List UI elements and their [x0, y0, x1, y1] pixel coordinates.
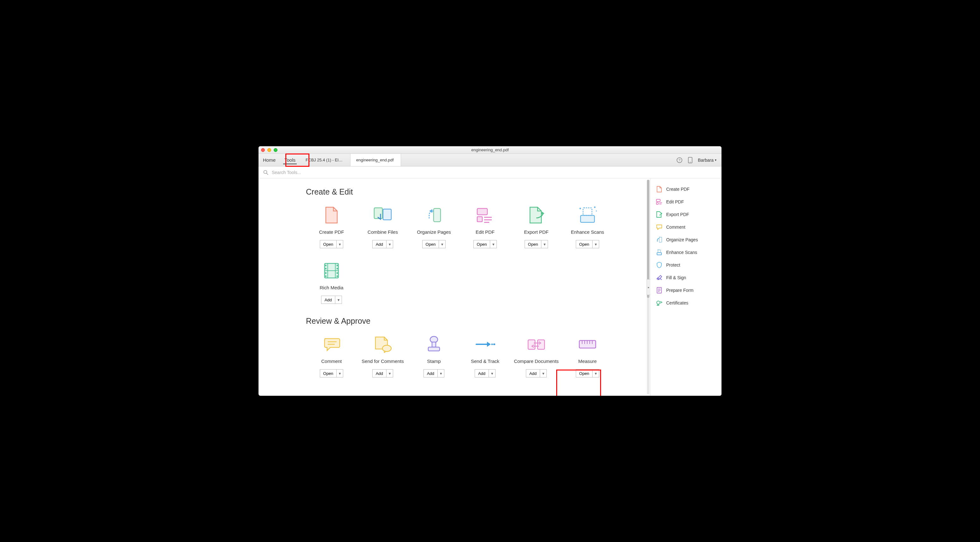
chevron-down-icon[interactable]: ▾ — [490, 240, 496, 248]
sidebar-item-sign[interactable]: Fill & Sign — [651, 271, 721, 284]
svg-rect-21 — [325, 268, 326, 269]
tool-card-stamp[interactable]: Stamp Add ▾ — [408, 334, 460, 377]
svg-rect-50 — [659, 237, 662, 242]
export-icon — [525, 205, 547, 225]
svg-rect-9 — [477, 208, 487, 215]
tool-action-button[interactable]: Open ▾ — [576, 369, 600, 377]
app-window: engineering_end.pdf Home Tools FCBJ 25.4… — [259, 146, 721, 396]
chevron-down-icon[interactable]: ▾ — [540, 370, 546, 377]
sidebar-item-form[interactable]: Prepare Form — [651, 284, 721, 297]
tool-card-combine[interactable]: Combine Files Add ▾ — [357, 205, 408, 248]
tool-card-edit-pdf[interactable]: Edit PDF Open ▾ — [460, 205, 511, 248]
titlebar: engineering_end.pdf — [259, 146, 721, 154]
tool-action-button[interactable]: Add ▾ — [321, 296, 342, 304]
svg-rect-8 — [434, 208, 441, 222]
sidebar-item-comment[interactable]: Comment — [651, 221, 721, 234]
edit-pdf-icon — [474, 205, 496, 225]
svg-rect-38 — [528, 340, 535, 349]
chevron-down-icon[interactable]: ▾ — [593, 370, 599, 377]
sidebar-item-organize[interactable]: Organize Pages — [651, 234, 721, 246]
svg-rect-24 — [325, 272, 326, 274]
sidebar-item-label: Protect — [666, 262, 680, 267]
sidebar-item-label: Edit PDF — [666, 199, 684, 204]
tool-card-create-pdf[interactable]: Create PDF Open ▾ — [306, 205, 357, 248]
tool-grid: Comment Open ▾ Send for Comments Add ▾ S… — [306, 334, 650, 390]
document-tab-1[interactable]: engineering_end.pdf — [350, 154, 401, 166]
tool-card-export[interactable]: Export PDF Open ▾ — [511, 205, 562, 248]
chevron-down-icon[interactable]: ▾ — [387, 370, 393, 377]
tool-action-button[interactable]: Add ▾ — [475, 369, 496, 377]
svg-line-5 — [267, 173, 268, 175]
user-menu[interactable]: Barbara ▾ — [698, 157, 716, 163]
tool-action-label: Open — [423, 240, 439, 248]
tool-action-label: Add — [372, 370, 387, 377]
svg-rect-23 — [337, 268, 338, 269]
tool-action-button[interactable]: Open ▾ — [320, 240, 344, 248]
combine-icon — [372, 205, 393, 225]
tool-card-send-comments[interactable]: Send for Comments Add ▾ — [357, 334, 408, 377]
tool-action-button[interactable]: Open ▾ — [320, 369, 344, 377]
sidebar-item-cert[interactable]: Certificates — [651, 297, 721, 309]
tool-label: Rich Media — [320, 285, 343, 291]
tab-home[interactable]: Home — [259, 154, 280, 166]
chevron-down-icon[interactable]: ▾ — [593, 240, 599, 248]
chevron-down-icon[interactable]: ▾ — [337, 370, 343, 377]
tool-label: Enhance Scans — [571, 229, 604, 235]
chevron-down-icon[interactable]: ▾ — [438, 370, 444, 377]
tool-action-button[interactable]: Add ▾ — [372, 240, 393, 248]
svg-rect-51 — [657, 253, 662, 255]
tool-grid: Create PDF Open ▾ Combine Files Add ▾ Or… — [306, 205, 650, 316]
form-icon — [656, 287, 662, 293]
tool-action-label: Add — [372, 240, 387, 248]
tool-action-button[interactable]: Add ▾ — [423, 369, 444, 377]
tool-action-button[interactable]: Add ▾ — [526, 369, 547, 377]
cert-icon — [656, 300, 662, 306]
tool-card-compare[interactable]: Compare Documents Add ▾ — [511, 334, 562, 377]
chevron-down-icon[interactable]: ▾ — [439, 240, 445, 248]
tool-card-comment[interactable]: Comment Open ▾ — [306, 334, 357, 377]
sidebar-item-create-pdf[interactable]: Create PDF — [651, 183, 721, 196]
tool-label: Create PDF — [319, 229, 344, 235]
chevron-down-icon[interactable]: ▾ — [387, 240, 393, 248]
tool-action-button[interactable]: Open ▾ — [576, 240, 600, 248]
sidebar-item-edit-pdf[interactable]: Edit PDF — [651, 196, 721, 208]
tool-action-button[interactable]: Open ▾ — [473, 240, 497, 248]
help-icon[interactable]: ? — [676, 157, 682, 163]
tool-card-organize[interactable]: Organize Pages Open ▾ — [408, 205, 460, 248]
sidebar-item-label: Fill & Sign — [666, 275, 686, 280]
tab-tools[interactable]: Tools — [280, 154, 300, 166]
user-name: Barbara — [698, 157, 714, 163]
protect-icon — [656, 262, 662, 268]
tool-label: Send for Comments — [361, 359, 404, 364]
tool-action-button[interactable]: Open ▾ — [422, 240, 446, 248]
svg-rect-10 — [477, 217, 482, 222]
chevron-down-icon[interactable]: ▾ — [541, 240, 548, 248]
chevron-down-icon[interactable]: ▾ — [335, 296, 342, 304]
tool-card-measure[interactable]: Measure Open ▾ — [562, 334, 613, 377]
tool-action-label: Add — [321, 296, 335, 304]
tool-card-media[interactable]: Rich Media Add ▾ — [306, 261, 357, 304]
tool-label: Send & Track — [471, 359, 500, 364]
mobile-icon[interactable] — [687, 157, 694, 163]
tool-label: Stamp — [427, 359, 441, 364]
svg-point-3 — [690, 162, 690, 162]
sidebar-item-protect[interactable]: Protect — [651, 259, 721, 271]
chevron-down-icon[interactable]: ▾ — [489, 370, 495, 377]
document-tab-0[interactable]: FCBJ 25.4 (1) - El… — [300, 154, 350, 166]
tool-action-label: Open — [576, 240, 593, 248]
chevron-down-icon[interactable]: ▾ — [337, 240, 343, 248]
media-icon — [321, 261, 342, 280]
sidebar-item-enhance[interactable]: Enhance Scans — [651, 246, 721, 259]
chevron-down-icon: ▾ — [715, 158, 716, 162]
collapse-panel-button[interactable]: ▸ — [647, 279, 651, 295]
edit-pdf-icon — [656, 199, 662, 205]
sidebar-item-label: Organize Pages — [666, 237, 698, 242]
organize-icon — [423, 205, 445, 225]
sidebar-item-export[interactable]: Export PDF — [651, 208, 721, 221]
tool-action-button[interactable]: Add ▾ — [372, 369, 393, 377]
tool-card-enhance[interactable]: Enhance Scans Open ▾ — [562, 205, 613, 248]
tool-card-send-track[interactable]: Send & Track Add ▾ — [460, 334, 511, 377]
export-icon — [656, 211, 662, 218]
tool-action-button[interactable]: Open ▾ — [525, 240, 548, 248]
search-input[interactable] — [272, 170, 717, 175]
